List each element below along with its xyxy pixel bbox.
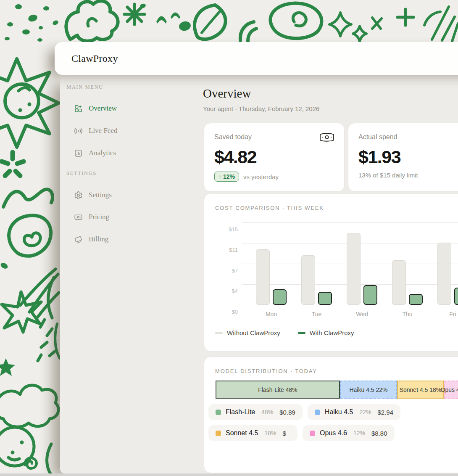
model-percent: 22% [359, 409, 371, 415]
bar-chart-square-icon [74, 149, 83, 158]
y-axis-tick: $11 [212, 247, 238, 253]
chart-day-group [301, 222, 332, 305]
sidebar-item-billing[interactable]: Billing [74, 233, 108, 245]
page-title: Overview [203, 87, 251, 100]
legend-item-with: With ClawProxy [298, 329, 354, 336]
distribution-chip: Flash-Lite48%$0.89 [208, 404, 303, 420]
cost-chart-bars [242, 222, 458, 305]
model-name: Sonnet 4.5 [226, 429, 258, 437]
cost-comparison-card: COST COMPARISON · THIS WEEK $15$11$7$4$0… [204, 193, 458, 352]
legend-dash-with [298, 332, 305, 334]
chart-day-group [347, 222, 377, 305]
chart-legend: Without ClawProxy With ClawProxy [215, 329, 354, 336]
bar-without-clawproxy [301, 255, 315, 305]
stat-card-saved-today: Saved today $4.82 ↑ 12% vs yesterday [204, 123, 345, 192]
model-name: Opus 4.6 [320, 429, 347, 437]
color-swatch [315, 410, 320, 415]
distribution-chip: Haiku 4.522%$2.94 [308, 404, 400, 420]
gear-icon [74, 191, 83, 200]
model-percent: 48% [261, 409, 273, 415]
legend-label: Without ClawProxy [227, 329, 280, 336]
bar-with-clawproxy [454, 288, 458, 305]
distribution-chip: Opus 4.612%$8.80 [303, 425, 395, 441]
sidebar-item-label: Live Feed [89, 127, 117, 135]
distribution-segment: Opus 4.6 12% [444, 381, 458, 399]
y-axis-tick: $4 [212, 288, 238, 294]
bar-with-clawproxy [318, 292, 332, 305]
x-axis-label: Thu [392, 311, 423, 317]
sidebar-item-pricing[interactable]: Pricing [74, 211, 109, 223]
radio-icon [74, 127, 83, 135]
y-axis-tick: $15 [212, 226, 238, 233]
distribution-segment: Haiku 4.5 22% [340, 381, 397, 399]
bar-without-clawproxy [437, 243, 451, 305]
model-percent: 12% [353, 430, 365, 436]
bar-with-clawproxy [363, 285, 377, 305]
sidebar-item-label: Overview [89, 104, 117, 113]
legend-dash-without [215, 332, 223, 334]
stat-value: $1.93 [358, 147, 458, 167]
stat-label: Actual spend [358, 133, 458, 141]
credit-card-icon [74, 235, 83, 244]
model-cost: $ [282, 430, 286, 437]
chart-day-group [392, 222, 423, 305]
sidebar-section-settings: SETTINGS [66, 170, 97, 177]
sidebar-item-label: Pricing [89, 213, 109, 221]
distribution-stacked-bar: Flash-Lite 48%Haiku 4.5 22%Sonnet 4.5 18… [216, 381, 458, 399]
daily-limit-note: 13% of $15 daily limit [358, 172, 418, 179]
distribution-segment: Flash-Lite 48% [216, 381, 340, 399]
cost-chart-day-labels: MonTueWedThuFri [242, 311, 458, 317]
page-subtitle: Your agent · Thursday, February 12, 2026 [203, 105, 319, 112]
trend-note: vs yesterday [243, 173, 279, 180]
model-name: Flash-Lite [226, 408, 255, 416]
x-axis-label: Wed [347, 311, 377, 317]
model-distribution-card: MODEL DISTRIBUTION · TODAY Flash-Lite 48… [204, 357, 458, 473]
stat-card-actual-spend: Actual spend $1.93 13% of $15 daily limi… [348, 123, 458, 192]
chart-day-group [437, 222, 458, 305]
bar-with-clawproxy [273, 289, 287, 305]
sidebar-item-label: Settings [89, 191, 112, 199]
model-cost: $2.94 [377, 409, 393, 416]
bar-without-clawproxy [392, 260, 406, 305]
sidebar-item-live-feed[interactable]: Live Feed [74, 125, 117, 137]
window-bottom-edge [0, 473, 458, 476]
color-swatch [216, 410, 221, 415]
stat-value: $4.82 [214, 147, 334, 167]
legend-label: With ClawProxy [310, 329, 354, 336]
legend-item-without: Without ClawProxy [215, 329, 280, 336]
sidebar-item-label: Analytics [89, 149, 116, 157]
banknote-icon [319, 132, 335, 143]
sidebar-item-overview[interactable]: Overview [74, 103, 117, 114]
bar-with-clawproxy [409, 294, 423, 305]
app-window: MAIN MENU Overview [60, 75, 458, 473]
distribution-segment: Sonnet 4.5 18% [397, 381, 444, 399]
color-swatch [310, 431, 315, 436]
y-axis-tick: $0 [212, 309, 238, 315]
sidebar-item-analytics[interactable]: Analytics [74, 147, 116, 159]
bar-without-clawproxy [256, 249, 270, 305]
chart-title: COST COMPARISON · THIS WEEK [215, 205, 458, 211]
app-header: ClawProxy [55, 42, 458, 75]
chart-day-group [256, 222, 287, 305]
grid-plus-icon [74, 104, 83, 113]
banknote-icon [74, 213, 83, 222]
gridline [242, 305, 458, 305]
sidebar-section-main-menu: MAIN MENU [66, 84, 103, 90]
sidebar-item-settings[interactable]: Settings [74, 189, 112, 201]
stat-label: Saved today [214, 133, 334, 141]
distribution-legend: Flash-Lite48%$0.89Haiku 4.522%$2.94Sonne… [208, 404, 458, 441]
distribution-title: MODEL DISTRIBUTION · TODAY [215, 368, 458, 374]
model-cost: $0.89 [279, 409, 295, 416]
model-percent: 18% [264, 430, 276, 436]
x-axis-label: Mon [256, 311, 287, 317]
bar-without-clawproxy [347, 233, 361, 305]
app-logo: ClawProxy [71, 53, 118, 64]
distribution-chip: Sonnet 4.518%$ [208, 425, 297, 441]
color-swatch [216, 431, 221, 436]
model-name: Haiku 4.5 [325, 408, 353, 416]
trend-badge: ↑ 12% [214, 172, 239, 182]
sidebar-item-label: Billing [89, 235, 108, 243]
model-cost: $8.80 [371, 430, 387, 437]
x-axis-label: Tue [301, 311, 332, 317]
y-axis-tick: $7 [212, 267, 238, 274]
